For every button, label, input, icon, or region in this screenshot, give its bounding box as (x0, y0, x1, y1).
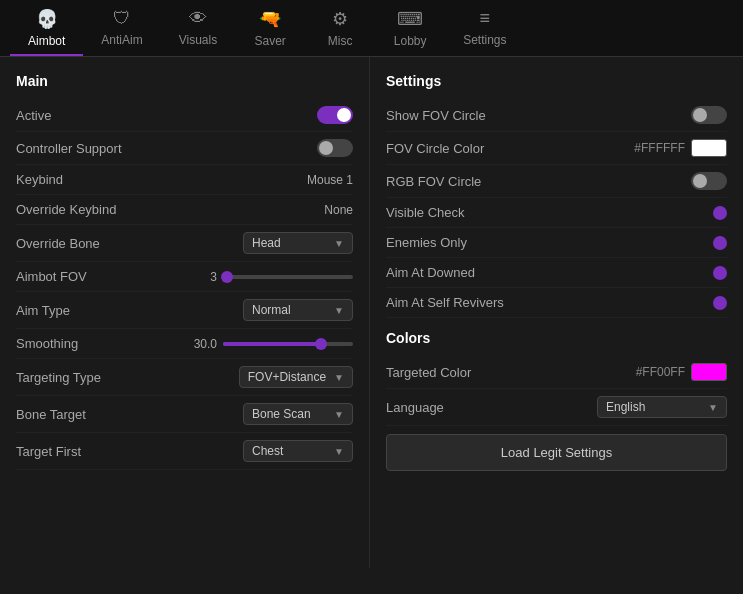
dropdown-bone-target[interactable]: Bone Scan ▼ (243, 403, 353, 425)
fov-color-group: #FFFFFF (634, 139, 727, 157)
skull-icon: 💀 (36, 8, 58, 30)
targeted-color-group: #FF00FF (636, 363, 727, 381)
colors-section-title: Colors (386, 330, 727, 346)
fov-slider-track[interactable] (223, 275, 353, 279)
chevron-down-icon: ▼ (708, 402, 718, 413)
row-aim-type: Aim Type Normal ▼ (16, 292, 353, 329)
label-enemies-only: Enemies Only (386, 235, 467, 250)
label-targeted-color: Targeted Color (386, 365, 471, 380)
toggle-active[interactable] (317, 106, 353, 124)
row-smoothing: Smoothing 30.0 (16, 329, 353, 359)
dropdown-language[interactable]: English ▼ (597, 396, 727, 418)
targeted-color-swatch[interactable] (691, 363, 727, 381)
row-fov-circle-color: FOV Circle Color #FFFFFF (386, 132, 727, 165)
smooth-slider-thumb[interactable] (315, 338, 327, 350)
row-show-fov-circle: Show FOV Circle (386, 99, 727, 132)
dropdown-override-bone[interactable]: Head ▼ (243, 232, 353, 254)
chevron-down-icon: ▼ (334, 409, 344, 420)
keybind-value: Mouse 1 (307, 173, 353, 187)
nav-item-visuals[interactable]: 👁 Visuals (161, 0, 235, 56)
label-controller-support: Controller Support (16, 141, 122, 156)
left-panel: Main Active Controller Support Keybind M… (0, 57, 370, 568)
label-fov-circle-color: FOV Circle Color (386, 141, 484, 156)
nav-item-antiAim[interactable]: 🛡 AntiAim (83, 0, 160, 56)
nav-label-aimbot: Aimbot (28, 34, 65, 48)
fov-color-swatch[interactable] (691, 139, 727, 157)
label-aimbot-fov: Aimbot FOV (16, 269, 87, 284)
smooth-slider-track[interactable] (223, 342, 353, 346)
dot-aim-at-self-revivers[interactable] (713, 296, 727, 310)
nav-label-saver: Saver (254, 34, 285, 48)
dropdown-aim-type[interactable]: Normal ▼ (243, 299, 353, 321)
row-aim-at-downed: Aim At Downed (386, 258, 727, 288)
nav-item-saver[interactable]: 🔫 Saver (235, 0, 305, 56)
nav-label-lobby: Lobby (394, 34, 427, 48)
nav-item-settings[interactable]: ≡ Settings (445, 0, 524, 56)
label-active: Active (16, 108, 51, 123)
chevron-down-icon: ▼ (334, 238, 344, 249)
override-keybind-value: None (324, 203, 353, 217)
dropdown-target-first[interactable]: Chest ▼ (243, 440, 353, 462)
label-override-keybind: Override Keybind (16, 202, 116, 217)
dot-visible-check[interactable] (713, 206, 727, 220)
right-section-title: Settings (386, 73, 727, 89)
row-controller-support: Controller Support (16, 132, 353, 165)
dot-aim-at-downed[interactable] (713, 266, 727, 280)
label-aim-at-self-revivers: Aim At Self Revivers (386, 295, 504, 310)
load-legit-settings-button[interactable]: Load Legit Settings (386, 434, 727, 471)
row-language: Language English ▼ (386, 389, 727, 426)
row-enemies-only: Enemies Only (386, 228, 727, 258)
gear-icon: ⚙ (332, 8, 348, 30)
row-override-bone: Override Bone Head ▼ (16, 225, 353, 262)
nav-item-misc[interactable]: ⚙ Misc (305, 0, 375, 56)
nav-bar: 💀 Aimbot 🛡 AntiAim 👁 Visuals 🔫 Saver ⚙ M… (0, 0, 743, 57)
dropdown-targeting-type[interactable]: FOV+Distance ▼ (239, 366, 353, 388)
label-language: Language (386, 400, 444, 415)
chevron-down-icon: ▼ (334, 372, 344, 383)
nav-label-antiAim: AntiAim (101, 33, 142, 47)
row-target-first: Target First Chest ▼ (16, 433, 353, 470)
chevron-down-icon: ▼ (334, 446, 344, 457)
nav-item-aimbot[interactable]: 💀 Aimbot (10, 0, 83, 56)
label-targeting-type: Targeting Type (16, 370, 101, 385)
targeted-color-hex: #FF00FF (636, 365, 685, 379)
label-keybind: Keybind (16, 172, 63, 187)
smooth-slider-value: 30.0 (187, 337, 217, 351)
smooth-slider-fill (223, 342, 321, 346)
content-area: Main Active Controller Support Keybind M… (0, 57, 743, 568)
row-active: Active (16, 99, 353, 132)
gun-icon: 🔫 (259, 8, 281, 30)
keyboard-icon: ⌨ (397, 8, 423, 30)
toggle-show-fov-circle[interactable] (691, 106, 727, 124)
row-keybind: Keybind Mouse 1 (16, 165, 353, 195)
label-aim-type: Aim Type (16, 303, 70, 318)
label-smoothing: Smoothing (16, 336, 78, 351)
nav-item-lobby[interactable]: ⌨ Lobby (375, 0, 445, 56)
left-section-title: Main (16, 73, 353, 89)
fov-slider-thumb[interactable] (221, 271, 233, 283)
dot-enemies-only[interactable] (713, 236, 727, 250)
right-panel: Settings Show FOV Circle FOV Circle Colo… (370, 57, 743, 568)
row-visible-check: Visible Check (386, 198, 727, 228)
label-rgb-fov-circle: RGB FOV Circle (386, 174, 481, 189)
toggle-controller-support[interactable] (317, 139, 353, 157)
chevron-down-icon: ▼ (334, 305, 344, 316)
nav-label-misc: Misc (328, 34, 353, 48)
fov-slider-container: 3 (187, 270, 353, 284)
fov-slider-value: 3 (187, 270, 217, 284)
row-bone-target: Bone Target Bone Scan ▼ (16, 396, 353, 433)
row-aimbot-fov: Aimbot FOV 3 (16, 262, 353, 292)
label-override-bone: Override Bone (16, 236, 100, 251)
nav-label-settings: Settings (463, 33, 506, 47)
row-targeting-type: Targeting Type FOV+Distance ▼ (16, 359, 353, 396)
toggle-rgb-fov-circle[interactable] (691, 172, 727, 190)
nav-label-visuals: Visuals (179, 33, 217, 47)
label-show-fov-circle: Show FOV Circle (386, 108, 486, 123)
label-visible-check: Visible Check (386, 205, 465, 220)
eye-icon: 👁 (189, 8, 207, 29)
shield-icon: 🛡 (113, 8, 131, 29)
row-rgb-fov-circle: RGB FOV Circle (386, 165, 727, 198)
fov-color-hex: #FFFFFF (634, 141, 685, 155)
row-override-keybind: Override Keybind None (16, 195, 353, 225)
label-target-first: Target First (16, 444, 81, 459)
